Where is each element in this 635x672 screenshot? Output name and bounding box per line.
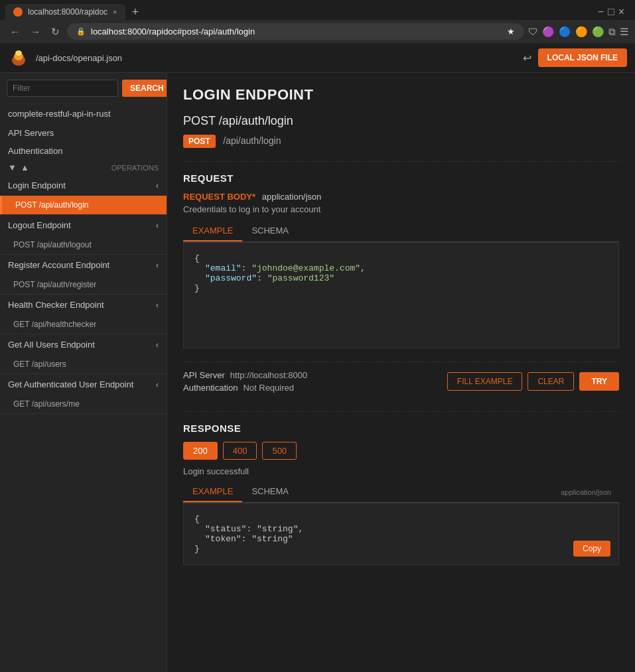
- request-section: REQUEST REQUEST BODY* application/json C…: [183, 172, 619, 348]
- tab-favicon: [13, 7, 23, 17]
- back-button[interactable]: ←: [7, 25, 23, 38]
- resp-code-200[interactable]: 200: [183, 442, 218, 460]
- response-content-type: application/json: [561, 488, 611, 496]
- get-users-item[interactable]: GET /api/users: [0, 355, 167, 373]
- logout-group-label: Logout Endpoint: [8, 220, 71, 230]
- logout-endpoint-group: Logout Endpoint ‹ POST /api/auth/logout: [0, 215, 167, 255]
- token-value: "string": [251, 534, 293, 544]
- extensions-btn[interactable]: ⧉: [608, 26, 616, 38]
- new-tab-button[interactable]: +: [128, 5, 143, 19]
- auth-user-chevron-icon: ‹: [156, 379, 159, 389]
- response-tabs: EXAMPLE SCHEMA: [183, 482, 619, 503]
- request-code-block: { "email": "johndoe@example.com", "passw…: [183, 242, 619, 348]
- reload-button[interactable]: ↻: [48, 25, 63, 39]
- password-key: "password": [205, 273, 257, 283]
- users-group-label: Get All Users Endpoint: [8, 340, 95, 350]
- json-file-button[interactable]: LOCAL JSON FILE: [538, 48, 627, 67]
- get-healthchecker-item[interactable]: GET /api/healthchecker: [0, 315, 167, 334]
- status-key: "status": [205, 524, 246, 534]
- window-close[interactable]: ×: [618, 6, 624, 18]
- auth-section-header: Authentication: [0, 142, 167, 160]
- email-value: "johndoe@example.com": [251, 263, 360, 273]
- server-action-row: API Server http://localhost:8000 Authent…: [183, 362, 619, 401]
- response-code-wrapper: application/json { "status": "string", "…: [183, 503, 619, 565]
- post-auth-login-item[interactable]: POST /api/auth/login: [0, 196, 167, 214]
- url-path: /api/auth/login: [223, 135, 281, 146]
- method-url-section: POST /api/auth/login POST /api/auth/logi…: [183, 114, 619, 148]
- auth-user-endpoint-header[interactable]: Get Authenticated User Endpoint ‹: [0, 374, 167, 395]
- search-button[interactable]: SEARCH: [122, 80, 167, 97]
- ext-icon2: 🔵: [559, 26, 571, 38]
- copy-button[interactable]: Copy: [573, 541, 610, 557]
- users-chevron-icon: ‹: [156, 340, 159, 350]
- api-title: complete-restful-api-in-rust: [0, 103, 167, 124]
- lock-icon: 🔒: [76, 27, 86, 36]
- logout-endpoint-header[interactable]: Logout Endpoint ‹: [0, 215, 167, 235]
- response-section-title: RESPONSE: [183, 423, 619, 434]
- menu-btn[interactable]: ☰: [620, 26, 628, 38]
- login-endpoint-header[interactable]: Login Endpoint ‹: [0, 175, 167, 196]
- ext-icon3: 🟠: [575, 26, 588, 38]
- register-endpoint-group: Register Account Endpoint ‹ POST /api/au…: [0, 255, 167, 295]
- request-description: Credentials to log in to your account: [183, 204, 619, 214]
- browser-tab[interactable]: localhost:8000/rapidoc ×: [5, 4, 125, 20]
- svg-point-2: [15, 50, 22, 56]
- api-server-url: http://localhost:8000: [230, 370, 307, 380]
- clear-button[interactable]: CLEAR: [528, 372, 574, 391]
- health-endpoint-group: Health Checker Endpoint ‹ GET /api/healt…: [0, 295, 167, 334]
- app-path: /api-docs/openapi.json: [36, 53, 516, 63]
- fill-example-button[interactable]: FILL EXAMPLE: [447, 372, 523, 391]
- email-key: "email": [205, 263, 242, 273]
- register-chevron-icon: ‹: [156, 260, 159, 270]
- login-chevron-icon: ‹: [156, 180, 159, 190]
- address-bar-text[interactable]: localhost:8000/rapidoc#post-/api/auth/lo…: [91, 27, 255, 36]
- tab-title: localhost:8000/rapidoc: [28, 7, 107, 17]
- api-server-label: API Server: [183, 370, 225, 380]
- resp-schema-tab[interactable]: SCHEMA: [242, 482, 298, 502]
- operations-label: OPERATIONS: [111, 164, 159, 172]
- example-tab[interactable]: EXAMPLE: [183, 221, 242, 241]
- auth-label: Authentication: [183, 383, 238, 393]
- response-section: RESPONSE 200 400 500 Login successfull E…: [183, 423, 619, 565]
- shield-icon: 🛡: [528, 26, 538, 37]
- resp-code-500[interactable]: 500: [262, 442, 297, 460]
- post-auth-register-item[interactable]: POST /api/auth/register: [0, 275, 167, 294]
- tab-close-btn[interactable]: ×: [113, 8, 117, 16]
- filter-input[interactable]: [7, 80, 118, 97]
- register-group-label: Register Account Endpoint: [8, 260, 109, 270]
- app-logo: [8, 47, 29, 68]
- try-button[interactable]: TRY: [579, 372, 619, 391]
- resp-brace-open: {: [194, 514, 200, 524]
- get-users-me-item[interactable]: GET /api/users/me: [0, 395, 167, 413]
- users-endpoint-group: Get All Users Endpoint ‹ GET /api/users: [0, 334, 167, 374]
- request-body-label: REQUEST BODY* application/json: [183, 192, 619, 202]
- ext-icon1: 🟣: [542, 26, 555, 38]
- request-tabs: EXAMPLE SCHEMA: [183, 221, 619, 242]
- sort-asc-btn[interactable]: ▲: [21, 163, 29, 172]
- users-endpoint-header[interactable]: Get All Users Endpoint ‹: [0, 334, 167, 355]
- window-min[interactable]: −: [598, 6, 604, 18]
- resp-example-tab[interactable]: EXAMPLE: [183, 482, 242, 502]
- reload-icon[interactable]: ↩: [523, 52, 531, 64]
- endpoint-full-title: POST /api/auth/login: [183, 114, 619, 128]
- forward-button[interactable]: →: [27, 25, 44, 38]
- resp-code-400[interactable]: 400: [223, 442, 257, 460]
- status-value: "string": [257, 524, 298, 534]
- password-value: "password123": [267, 273, 334, 283]
- auth-user-endpoint-group: Get Authenticated User Endpoint ‹ GET /a…: [0, 374, 167, 414]
- health-endpoint-header[interactable]: Health Checker Endpoint ‹: [0, 295, 167, 315]
- request-section-title: REQUEST: [183, 172, 619, 184]
- login-group-label: Login Endpoint: [8, 180, 66, 190]
- action-buttons: FILL EXAMPLE CLEAR TRY: [447, 372, 619, 391]
- post-auth-logout-item[interactable]: POST /api/auth/logout: [0, 235, 167, 254]
- sidebar: SEARCH complete-restful-api-in-rust API …: [0, 73, 167, 672]
- window-max[interactable]: □: [608, 6, 614, 18]
- health-group-label: Health Checker Endpoint: [8, 300, 104, 310]
- login-endpoint-group: Login Endpoint ‹ POST /api/auth/login: [0, 175, 167, 215]
- api-servers-item[interactable]: API Servers: [0, 124, 167, 142]
- register-endpoint-header[interactable]: Register Account Endpoint ‹: [0, 255, 167, 275]
- health-chevron-icon: ‹: [156, 300, 159, 310]
- auth-user-group-label: Get Authenticated User Endpoint: [8, 379, 133, 389]
- schema-tab[interactable]: SCHEMA: [242, 221, 298, 241]
- sort-desc-btn[interactable]: ▼: [8, 163, 17, 172]
